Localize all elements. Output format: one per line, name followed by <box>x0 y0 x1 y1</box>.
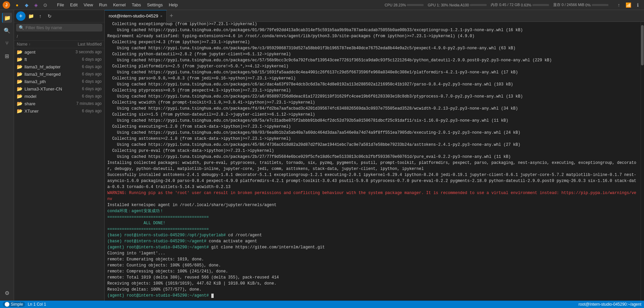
status-bar: Simple Ln 1 Col 1 root@Intern-studio-045… <box>0 301 644 308</box>
terminal-line: Collecting wcwidth (from prompt-toolkit<… <box>107 100 638 106</box>
wifi-icon[interactable]: 📶 <box>625 1 632 9</box>
list-item[interactable]: 📂 llama3_pth 6 days ago <box>14 78 104 85</box>
menu-items: File Edit View Run Kernel Tabs Settings … <box>54 2 385 8</box>
terminal-tab[interactable]: root@intern-studio-04529 × <box>105 10 167 22</box>
terminal-line: Collecting platformdirs>=2.5 (from jupyt… <box>107 63 638 69</box>
main-content: root@intern-studio-04529 × + 1.2/1.2 MB … <box>105 10 644 301</box>
list-item[interactable]: 📂 Llama3-XTuner-CN 6 days ago <box>14 85 104 93</box>
terminal-area: 1.2/1.2 MB 229.4 kB/s eta 0:00:00 Collec… <box>105 22 644 301</box>
menu-edit[interactable]: Edit <box>67 2 80 8</box>
list-item[interactable]: 📂 XTuner 6 days ago <box>14 107 104 115</box>
list-item[interactable]: 📂 share 7 minutes ago <box>14 100 104 107</box>
terminal-line: Using cached https://pypi.tuna.tsinghua.… <box>107 94 638 100</box>
vram-label: 显存 0 / 24566 MiB <box>553 2 584 7</box>
file-date: 6 days ago <box>65 57 102 62</box>
refresh-button[interactable]: ↻ <box>46 12 54 20</box>
mode-label: Simple <box>11 302 23 307</box>
info-icon[interactable]: ℹ <box>634 1 641 9</box>
term-prompt: (agent) root@intern-studio-045290:~/agen… <box>107 245 211 250</box>
tab-bar: root@intern-studio-04529 × + <box>105 10 644 22</box>
folder-icon: 📂 <box>17 94 22 99</box>
terminal-line: Collecting ptyprocess>=0.5 (from pexpect… <box>107 87 638 94</box>
term-command: cd /root/agent <box>226 233 262 238</box>
menu-settings[interactable]: Settings <box>144 2 165 8</box>
icon-2[interactable]: ● <box>13 1 21 9</box>
tab-close-button[interactable]: × <box>160 14 162 18</box>
list-item[interactable]: 📂 ft 6 days ago <box>14 56 104 63</box>
explorer-toolbar: + 📁 ↑ ↻ <box>14 10 104 22</box>
name-label: Name <box>17 42 28 47</box>
vram-percent: 0% <box>585 3 591 7</box>
menu-kernel[interactable]: Kernel <box>110 2 128 8</box>
sidebar-icon-files[interactable]: 📁 <box>2 13 12 23</box>
terminal-line: Using cached https://pypi.tuna.tsinghua.… <box>107 106 638 112</box>
hostname-status: root@Intern-studio-045290:~/agent <box>579 302 641 307</box>
gpu-stat: GPU 1: 30% Nvidia A100 <box>428 3 487 7</box>
sidebar-icon-search[interactable]: 🔍 <box>2 25 12 36</box>
menu-help[interactable]: Help <box>166 2 180 8</box>
terminal-line: Collecting parso<0.9.0,>=0.8.3 (from jed… <box>107 75 638 81</box>
terminal-line: (agent) root@intern-studio-045290:~/agen… <box>107 244 638 250</box>
terminal-line: Using cached https://pypi.tuna.tsinghua.… <box>107 45 638 51</box>
terminal-line: Resolving deltas: 100% (577/577), done. <box>107 287 638 293</box>
cursor <box>211 294 214 298</box>
terminal-line: Using cached https://pypi.tuna.tsinghua.… <box>107 118 638 124</box>
file-name: XTuner <box>24 109 65 114</box>
file-name: llama3_hf_adapter <box>24 64 65 69</box>
term-prompt: (base) root@intern-studio-045290:~/agent… <box>107 239 206 244</box>
scrollbar-thumb[interactable] <box>641 25 644 65</box>
terminal-lines: Collecting stack-data (from ipython)>=7.… <box>107 22 638 299</box>
sidebar-icon-git[interactable]: ⑂ <box>2 38 12 48</box>
ln-col: Ln 1 Col 1 <box>28 302 46 307</box>
terminal-scrollbar[interactable] <box>641 22 644 301</box>
list-item[interactable]: 📂 model 6 days ago <box>14 93 104 100</box>
list-item[interactable]: 📂 llama3_hf_merged 6 days ago <box>14 70 104 78</box>
mode-toggle[interactable]: Simple <box>3 302 25 307</box>
new-button[interactable]: + <box>16 11 25 21</box>
new-folder-button[interactable]: 📁 <box>27 12 35 20</box>
name-column-header[interactable]: Name ↑ <box>17 42 65 47</box>
menu-run[interactable]: Run <box>96 2 110 8</box>
upload-icon[interactable]: ↑ <box>615 1 623 9</box>
mem-bar <box>532 4 549 6</box>
icon-5[interactable]: ⊙ <box>42 1 49 9</box>
list-item[interactable]: 📂 llama3_hf_adapter 6 days ago <box>14 63 104 70</box>
terminal-line: Collecting executing>=1.2.0 (from stack-… <box>107 124 638 130</box>
path-text: / <box>17 34 18 39</box>
file-name: Llama3-XTuner-CN <box>24 86 65 91</box>
terminal-line: Receiving objects: 100% (1019/1019), 447… <box>107 281 638 287</box>
file-name: llama3_pth <box>24 79 65 84</box>
file-date: 6 days ago <box>65 72 102 76</box>
gpu-label: GPU 1: 30% <box>428 3 448 7</box>
term-highlight: ========================================… <box>107 227 209 232</box>
folder-icon: 📂 <box>17 86 22 91</box>
terminal-line: Using cached https://pypi.tuna.tsinghua.… <box>107 142 638 148</box>
terminal-line: remote: Compressing objects: 100% (241/2… <box>107 268 638 274</box>
terminal-line: (agent) root@intern-studio-045290:~/agen… <box>107 293 638 299</box>
icon-4[interactable]: ◈ <box>32 1 40 9</box>
file-name: agent <box>24 50 65 55</box>
terminal-line: remote: Counting objects: 100% (605/605)… <box>107 262 638 268</box>
terminal-content[interactable]: 1.2/1.2 MB 229.4 kB/s eta 0:00:00 Collec… <box>105 22 641 301</box>
terminal-wrapper: 1.2/1.2 MB 229.4 kB/s eta 0:00:00 Collec… <box>105 22 644 301</box>
main-container: 📁 🔍 ⑂ ⊞ ⚙ + 📁 ↑ ↻ 🔍 / Name ↑ Last Modifi… <box>0 10 644 301</box>
menu-tabs[interactable]: Tabs <box>129 2 144 8</box>
tab-add-button[interactable]: + <box>167 10 176 22</box>
terminal-line: Using cached https://pypi.tuna.tsinghua.… <box>107 69 638 75</box>
terminal-line: ALL DONE! <box>107 220 638 226</box>
menu-view[interactable]: View <box>81 2 96 8</box>
search-box: 🔍 <box>16 24 102 32</box>
tab-title: root@intern-studio-04529 <box>109 13 158 18</box>
terminal-line: (base) root@intern-studio-045290:/opt/ju… <box>107 232 638 238</box>
upload-button[interactable]: ↑ <box>36 12 44 20</box>
sidebar-icon-settings[interactable]: ⚙ <box>2 288 12 298</box>
folder-icon: 📂 <box>17 79 22 84</box>
ln-value: 1 <box>33 302 36 307</box>
sidebar-icon-extensions[interactable]: ⊞ <box>2 51 12 61</box>
menu-file[interactable]: File <box>54 2 67 8</box>
folder-icon: 📂 <box>17 57 22 62</box>
cpu-label: CPU <box>385 3 392 7</box>
search-input[interactable] <box>25 25 100 30</box>
icon-3[interactable]: ◆ <box>23 1 30 9</box>
list-item[interactable]: 📂 agent 3 seconds ago <box>14 48 104 56</box>
